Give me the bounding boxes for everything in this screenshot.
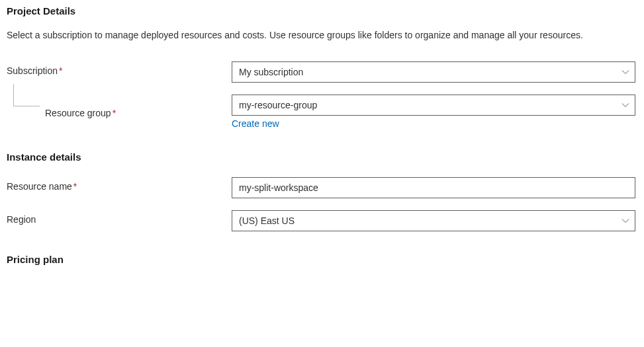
subscription-label: Subscription* — [7, 61, 232, 76]
create-new-link[interactable]: Create new — [232, 118, 279, 129]
region-select[interactable]: (US) East US — [232, 210, 635, 231]
region-value: (US) East US — [239, 215, 618, 226]
chevron-down-icon — [621, 68, 629, 76]
project-details-heading: Project Details — [7, 5, 637, 17]
project-details-description: Select a subscription to manage deployed… — [7, 28, 635, 42]
chevron-down-icon — [621, 101, 629, 109]
subscription-select[interactable]: My subscription — [232, 61, 635, 83]
chevron-down-icon — [621, 217, 629, 225]
required-mark: * — [59, 65, 62, 76]
subscription-value: My subscription — [239, 67, 618, 77]
resource-name-label: Resource name* — [7, 177, 232, 192]
pricing-plan-heading: Pricing plan — [7, 254, 637, 265]
tree-connector — [13, 95, 40, 113]
resource-group-label: Resource group* — [45, 104, 116, 118]
required-mark: * — [73, 181, 77, 192]
region-label: Region — [7, 210, 232, 225]
resource-name-input[interactable] — [232, 177, 635, 198]
instance-details-heading: Instance details — [7, 151, 637, 163]
resource-group-select[interactable]: my-resource-group — [232, 95, 635, 116]
resource-group-value: my-resource-group — [239, 100, 618, 110]
required-mark: * — [113, 108, 116, 118]
